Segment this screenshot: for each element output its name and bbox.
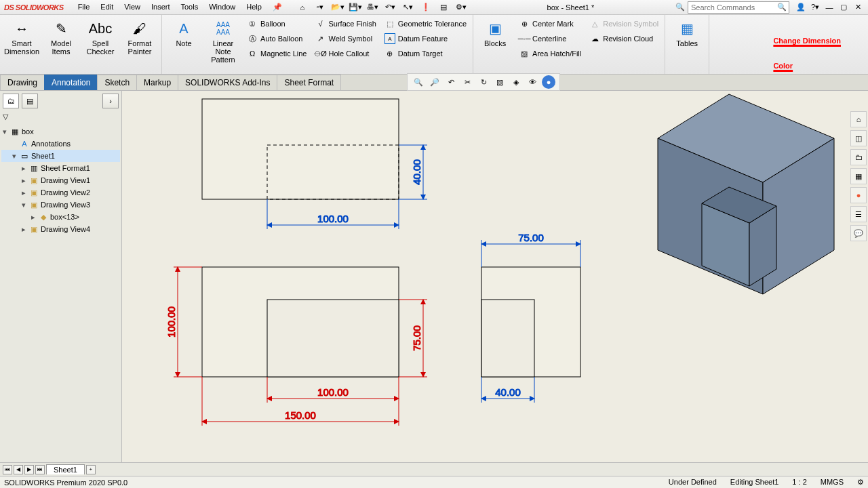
- options-list-icon[interactable]: ▤: [436, 1, 451, 14]
- revision-cloud-button[interactable]: ☁Revision Cloud: [587, 33, 660, 45]
- linear-note-button[interactable]: AAAAAALinear Note Pattern: [205, 18, 241, 65]
- balloon-button[interactable]: ①Balloon: [245, 18, 309, 30]
- status-units[interactable]: MMGS: [821, 478, 844, 487]
- datum-feature-button[interactable]: ADatum Feature: [382, 33, 469, 45]
- status-gear-icon[interactable]: ⚙: [857, 478, 864, 487]
- tab-addins[interactable]: SOLIDWORKS Add-Ins: [178, 75, 277, 90]
- spell-checker-button[interactable]: AbcSpell Checker: [83, 18, 118, 57]
- overlay-caption: Change DimensionColor: [773, 23, 841, 74]
- hide-show-icon[interactable]: ◈: [509, 75, 523, 89]
- view-palette-icon[interactable]: ▦: [850, 168, 867, 184]
- apply-scene-icon[interactable]: ●: [542, 75, 555, 89]
- centerline-button[interactable]: ─·─Centerline: [517, 33, 583, 45]
- menu-pin-icon[interactable]: 📌: [268, 1, 287, 14]
- last-sheet-icon[interactable]: ⏭: [35, 465, 45, 474]
- undo-icon[interactable]: ↶▾: [383, 1, 398, 14]
- rotate-icon[interactable]: ↻: [477, 75, 490, 89]
- datum-target-button[interactable]: ⊕Datum Target: [382, 47, 469, 60]
- tree-view3[interactable]: ▾▣Drawing View3: [1, 199, 120, 211]
- save-icon[interactable]: 💾▾: [348, 1, 363, 14]
- magnetic-line-button[interactable]: ΩMagnetic Line: [245, 47, 309, 60]
- note-button[interactable]: ANote: [166, 18, 201, 49]
- feature-tree-tab[interactable]: 🗂: [3, 94, 19, 108]
- search-input[interactable]: [688, 3, 775, 12]
- area-hatch-button[interactable]: ▨Area Hatch/Fill: [517, 47, 583, 60]
- tree-annotations[interactable]: AAnnotations: [1, 138, 120, 150]
- open-icon[interactable]: 📂▾: [330, 1, 345, 14]
- tree-view4[interactable]: ▸▣Drawing View4: [1, 223, 120, 235]
- tables-button[interactable]: ▦Tables: [669, 18, 705, 49]
- new-icon[interactable]: ▫▾: [313, 1, 328, 14]
- revision-symbol-button[interactable]: △Revision Symbol: [587, 18, 660, 30]
- command-search[interactable]: 🔍: [688, 1, 789, 14]
- print-icon[interactable]: 🖶▾: [366, 1, 380, 14]
- help-icon[interactable]: ?▾: [809, 2, 821, 13]
- tree-sheet[interactable]: ▾▭Sheet1: [1, 150, 120, 162]
- search-flag-icon[interactable]: 🔍: [673, 1, 688, 14]
- settings-icon[interactable]: ⚙▾: [454, 1, 469, 14]
- filter-icon[interactable]: ▽: [3, 113, 8, 121]
- tree-sheet-format[interactable]: ▸▥Sheet Format1: [1, 162, 120, 174]
- tab-markup[interactable]: Markup: [136, 75, 178, 90]
- tab-sheet-format[interactable]: Sheet Format: [277, 75, 341, 90]
- status-scale[interactable]: 1 : 2: [792, 478, 806, 487]
- tree-view1[interactable]: ▸▣Drawing View1: [1, 174, 120, 186]
- tab-annotation[interactable]: Annotation: [44, 75, 98, 90]
- add-sheet-icon[interactable]: +: [86, 465, 96, 474]
- svg-text:40.00: 40.00: [411, 159, 422, 185]
- smart-dimension-button[interactable]: ↔Smart Dimension: [4, 18, 39, 57]
- prev-sheet-icon[interactable]: ◀: [14, 465, 23, 474]
- maximize-button[interactable]: ▢: [837, 2, 850, 13]
- tab-sketch[interactable]: Sketch: [97, 75, 137, 90]
- display-style-icon[interactable]: ▧: [493, 75, 507, 89]
- surface-finish-button[interactable]: √Surface Finish: [313, 18, 378, 30]
- balloon-icon: ①: [247, 18, 258, 29]
- magnet-icon: Ω: [247, 48, 258, 59]
- weld-symbol-button[interactable]: ↗Weld Symbol: [313, 33, 378, 45]
- center-mark-button[interactable]: ⊕Center Mark: [517, 18, 583, 30]
- minimize-button[interactable]: —: [823, 2, 835, 13]
- home-resources-icon[interactable]: ⌂: [850, 111, 867, 127]
- user-icon[interactable]: 👤: [795, 2, 807, 13]
- design-library-icon[interactable]: ◫: [850, 130, 867, 146]
- drawing-canvas[interactable]: 100.00 40.00 150.00 100.00 100.00 75.00: [122, 91, 868, 462]
- svg-text:100.00: 100.00: [317, 386, 349, 398]
- zoom-previous-icon[interactable]: ↶: [444, 75, 458, 89]
- select-icon[interactable]: ↖▾: [401, 1, 416, 14]
- view-settings-icon[interactable]: 👁: [526, 75, 539, 89]
- menu-tools[interactable]: Tools: [176, 1, 203, 14]
- property-tab[interactable]: ▤: [22, 94, 38, 108]
- menu-file[interactable]: File: [73, 1, 95, 14]
- blocks-button[interactable]: ▣Blocks: [477, 18, 513, 49]
- search-icon[interactable]: 🔍: [775, 3, 789, 12]
- rebuild-icon[interactable]: ❗: [418, 1, 433, 14]
- tab-drawing[interactable]: Drawing: [0, 75, 45, 90]
- format-painter-button[interactable]: 🖌Format Painter: [122, 18, 157, 57]
- sheet-tab[interactable]: Sheet1: [46, 464, 85, 474]
- next-sheet-icon[interactable]: ▶: [24, 465, 34, 474]
- file-explorer-icon[interactable]: 🗀: [850, 149, 867, 165]
- menu-help[interactable]: Help: [241, 1, 267, 14]
- menu-window[interactable]: Window: [204, 1, 240, 14]
- auto-balloon-button[interactable]: ⒶAuto Balloon: [245, 33, 309, 45]
- appearances-icon[interactable]: ●: [850, 187, 867, 203]
- menu-view[interactable]: View: [119, 1, 145, 14]
- section-icon[interactable]: ✂: [460, 75, 474, 89]
- custom-props-icon[interactable]: ☰: [850, 206, 867, 222]
- home-icon[interactable]: ⌂: [295, 1, 310, 14]
- gtol-button[interactable]: ⬚Geometric Tolerance: [382, 18, 469, 30]
- zoom-fit-icon[interactable]: 🔍: [412, 75, 425, 89]
- hole-callout-button[interactable]: ⦵ØHole Callout: [313, 47, 378, 60]
- close-button[interactable]: ✕: [852, 2, 864, 13]
- menu-insert[interactable]: Insert: [146, 1, 175, 14]
- panel-expand-icon[interactable]: ›: [102, 94, 119, 108]
- tree-view2[interactable]: ▸▣Drawing View2: [1, 186, 120, 199]
- svg-text:100.00: 100.00: [165, 306, 177, 338]
- forum-icon[interactable]: 💬: [850, 225, 867, 241]
- first-sheet-icon[interactable]: ⏮: [3, 465, 12, 474]
- tree-subpart[interactable]: ▸◆box<13>: [1, 211, 120, 223]
- menu-edit[interactable]: Edit: [96, 1, 118, 14]
- zoom-area-icon[interactable]: 🔎: [428, 75, 441, 89]
- model-items-button[interactable]: ✎Model Items: [43, 18, 79, 57]
- tree-root[interactable]: ▾▦box: [1, 125, 120, 138]
